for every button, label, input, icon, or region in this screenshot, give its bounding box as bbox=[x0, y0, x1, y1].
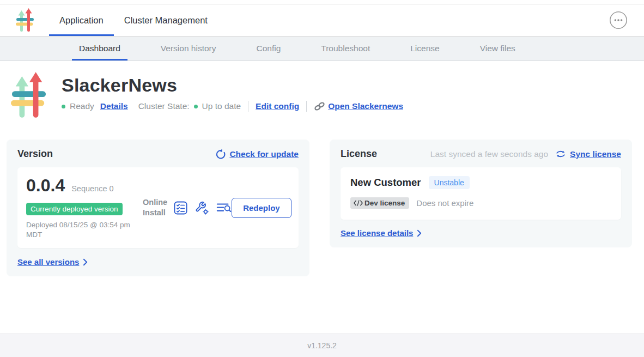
license-expiry-text: Does not expire bbox=[416, 198, 473, 208]
tab-view-files-label: View files bbox=[480, 44, 515, 53]
version-card: Version Check for update 0.0.4 Sequence bbox=[7, 140, 309, 276]
version-number: 0.0.4 bbox=[26, 176, 65, 196]
deployed-timestamp: Deployed 08/15/25 @ 03:54 pm MDT bbox=[26, 220, 141, 240]
dashboard-main: SlackerNews Ready Details Cluster State:… bbox=[0, 71, 644, 276]
chevron-right-icon bbox=[417, 229, 422, 237]
preflight-checks-button[interactable] bbox=[174, 201, 187, 215]
tab-application[interactable]: Application bbox=[49, 4, 114, 36]
app-status-dot bbox=[62, 105, 65, 108]
license-card: License Last synced a few seconds ago Sy… bbox=[330, 140, 632, 247]
console-footer: v1.125.2 bbox=[0, 334, 644, 357]
tab-license-label: License bbox=[410, 44, 439, 53]
cluster-state-value: Up to date bbox=[202, 101, 241, 111]
tab-application-label: Application bbox=[59, 15, 104, 26]
tab-version-history-label: Version history bbox=[161, 44, 216, 53]
divider bbox=[306, 101, 307, 112]
status-details-link[interactable]: Details bbox=[100, 101, 128, 111]
deploy-logs-icon bbox=[216, 202, 232, 214]
app-header: Application Cluster Management bbox=[0, 4, 644, 37]
license-details-panel: New Customer Unstable Dev license Does n… bbox=[341, 167, 621, 220]
tab-config[interactable]: Config bbox=[250, 37, 288, 60]
version-card-title: Version bbox=[17, 148, 53, 160]
redeploy-button[interactable]: Redeploy bbox=[232, 198, 291, 218]
view-config-button[interactable] bbox=[195, 201, 209, 215]
top-strip bbox=[0, 0, 644, 4]
tab-troubleshoot[interactable]: Troubleshoot bbox=[314, 37, 377, 60]
admin-console-page: Application Cluster Management Dashboard… bbox=[0, 0, 644, 357]
last-synced-text: Last synced a few seconds ago bbox=[430, 149, 548, 159]
tab-cluster-management-label: Cluster Management bbox=[124, 15, 208, 26]
code-icon bbox=[354, 200, 363, 206]
dashboard-cards: Version Check for update 0.0.4 Sequence bbox=[7, 140, 644, 276]
tab-dashboard[interactable]: Dashboard bbox=[72, 37, 127, 60]
tab-dashboard-label: Dashboard bbox=[79, 44, 120, 53]
customer-name: New Customer bbox=[350, 177, 421, 189]
console-version-text: v1.125.2 bbox=[307, 341, 337, 350]
license-type-badge-label: Dev license bbox=[364, 199, 405, 207]
sequence-label: Sequence 0 bbox=[71, 184, 113, 193]
tab-license[interactable]: License bbox=[403, 37, 446, 60]
see-all-versions-link[interactable]: See all versions bbox=[17, 257, 79, 267]
app-status-text: Ready bbox=[70, 101, 94, 111]
overflow-menu-button[interactable] bbox=[609, 11, 628, 29]
install-type-label: Online Install bbox=[143, 197, 167, 218]
config-wrench-gear-icon bbox=[195, 201, 209, 215]
open-app-link[interactable]: Open Slackernews bbox=[328, 101, 403, 111]
divider bbox=[248, 101, 248, 112]
cluster-state-dot bbox=[194, 105, 198, 108]
preflight-checks-icon bbox=[174, 201, 187, 215]
channel-badge: Unstable bbox=[429, 176, 470, 189]
tab-view-files[interactable]: View files bbox=[473, 37, 523, 60]
see-license-details-link[interactable]: See license details bbox=[341, 228, 413, 238]
tab-version-history[interactable]: Version history bbox=[154, 37, 223, 60]
sync-license-link[interactable]: Sync license bbox=[570, 149, 621, 159]
deployed-badge: Currently deployed version bbox=[26, 203, 123, 215]
chevron-right-icon bbox=[83, 258, 88, 266]
license-card-title: License bbox=[341, 148, 377, 160]
tab-config-label: Config bbox=[257, 44, 281, 53]
edit-config-link[interactable]: Edit config bbox=[256, 101, 299, 111]
slackernews-logo-icon bbox=[15, 8, 35, 33]
tab-cluster-management[interactable]: Cluster Management bbox=[114, 4, 218, 36]
page-title: SlackerNews bbox=[62, 75, 403, 96]
tab-troubleshoot-label: Troubleshoot bbox=[321, 44, 370, 53]
circle-ellipsis-icon bbox=[609, 11, 628, 29]
chain-link-icon bbox=[314, 101, 325, 111]
check-for-update-link[interactable]: Check for update bbox=[229, 149, 299, 159]
app-subnav: Dashboard Version history Config Trouble… bbox=[0, 37, 644, 61]
app-status-row: Ready Details Cluster State: Up to date … bbox=[62, 101, 403, 112]
app-heading-section: SlackerNews Ready Details Cluster State:… bbox=[11, 71, 644, 122]
cluster-state-label: Cluster State: bbox=[138, 101, 190, 111]
slackernews-app-icon bbox=[11, 71, 47, 122]
deploy-logs-button[interactable] bbox=[216, 202, 232, 214]
sync-icon bbox=[555, 150, 566, 158]
main-nav: Application Cluster Management bbox=[49, 4, 218, 36]
current-version-panel: 0.0.4 Sequence 0 Currently deployed vers… bbox=[17, 167, 299, 248]
license-type-badge: Dev license bbox=[350, 197, 409, 209]
refresh-icon bbox=[215, 149, 226, 159]
